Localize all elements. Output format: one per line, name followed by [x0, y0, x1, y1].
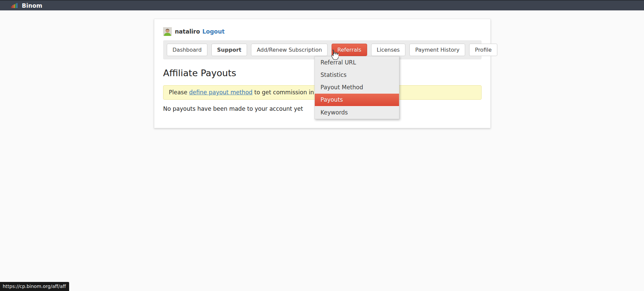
main-card: nataliro Logout Dashboard Support Add/Re…	[154, 19, 491, 128]
define-payout-method-link[interactable]: define payout method	[189, 89, 253, 96]
binom-logo-bar-chart-icon	[11, 3, 17, 8]
nav-button-profile[interactable]: Profile	[469, 44, 497, 56]
nav-button-payment-history[interactable]: Payment History	[409, 44, 465, 56]
nav-button-add-renew-subscription[interactable]: Add/Renew Subscription	[251, 44, 328, 56]
brand-title: Binom	[22, 2, 42, 9]
nav-button-dashboard[interactable]: Dashboard	[167, 44, 207, 56]
nav-button-referrals[interactable]: Referrals	[332, 44, 367, 56]
menu-item-payouts[interactable]: Payouts	[315, 94, 399, 106]
nav-button-support[interactable]: Support	[211, 44, 247, 56]
nav-button-licenses[interactable]: Licenses	[371, 44, 406, 56]
user-row: nataliro Logout	[163, 27, 482, 36]
menu-item-payout-method[interactable]: Payout Method	[315, 81, 399, 94]
referrals-dropdown-menu: Referral URL Statistics Payout Method Pa…	[314, 56, 399, 119]
username-label: nataliro	[175, 28, 200, 35]
notice-text-prefix: Please	[169, 89, 189, 96]
logout-link[interactable]: Logout	[202, 28, 225, 35]
menu-item-keywords[interactable]: Keywords	[315, 106, 399, 119]
top-bar: Binom	[0, 0, 644, 10]
user-avatar-icon	[163, 27, 172, 36]
menu-item-statistics[interactable]: Statistics	[315, 69, 399, 81]
menu-item-referral-url[interactable]: Referral URL	[315, 56, 399, 69]
status-bar-url: https://cp.binom.org/aff/aff	[0, 282, 69, 291]
